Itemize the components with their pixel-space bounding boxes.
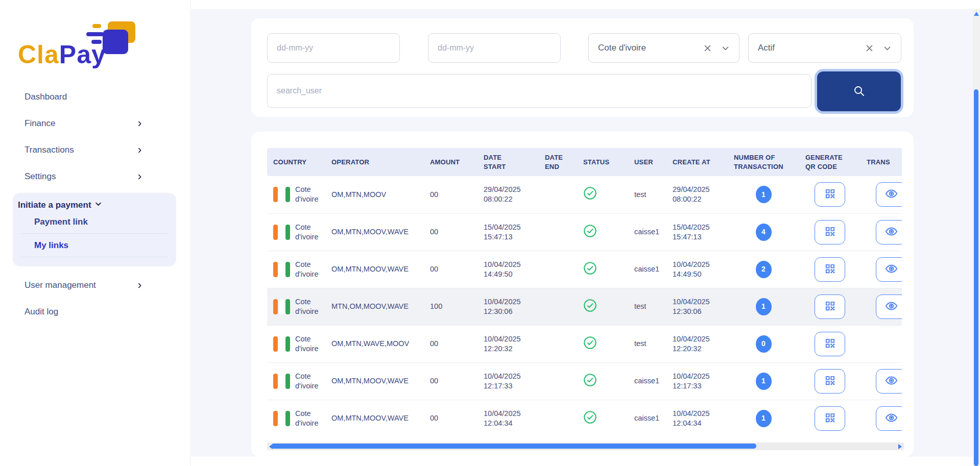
table-row: Cote d'ivoireOM,MTN,MOOV0029/04/2025 08:…: [267, 176, 902, 213]
user-value: caisse1: [634, 228, 659, 236]
horizontal-scroll-thumb[interactable]: [271, 444, 756, 449]
sidebar-item-settings[interactable]: Settings: [25, 168, 143, 185]
date-start-value: 10/04/2025 12:30:06: [484, 297, 530, 316]
transaction-count-badge: 2: [756, 261, 772, 278]
country-name: Cote d'ivoire: [295, 409, 319, 428]
view-transactions-button[interactable]: [876, 406, 902, 431]
vertical-scrollbar[interactable]: [973, 9, 980, 466]
column-header-operator: OPERATOR: [325, 148, 424, 176]
operator-list: MTN,OM,MOOV,WAVE: [331, 302, 409, 310]
sidebar-item-dashboard[interactable]: Dashboard: [25, 88, 143, 106]
amount-value: 00: [430, 228, 438, 236]
logo-speedline-icon: [92, 24, 101, 28]
sidebar-item-label: Settings: [25, 171, 56, 182]
search-icon: [853, 85, 865, 99]
success-status-icon: [583, 261, 597, 275]
table-row: Cote d'ivoireOM,MTN,MOOV,WAVE0010/04/202…: [267, 362, 902, 400]
column-header-generate-qr-code: GENERATE QR CODE: [799, 148, 861, 176]
generate-qr-button[interactable]: [815, 369, 845, 394]
chevron-down-icon[interactable]: [721, 44, 730, 53]
date-start-value: 10/04/2025 14:49:50: [484, 260, 530, 279]
sidebar-item-audit-log[interactable]: Audit log: [25, 303, 143, 321]
transaction-count-badge: 1: [756, 373, 772, 390]
create-at-value: 29/04/2025 08:00:22: [673, 185, 719, 204]
country-name: Cote d'ivoire: [295, 260, 319, 279]
operator-list: OM,MTN,MOOV,WAVE: [331, 228, 409, 236]
view-transactions-button[interactable]: [876, 369, 902, 394]
sidebar-item-payment-link[interactable]: Payment link: [21, 210, 168, 234]
clapay-logo[interactable]: ClaPay: [18, 20, 125, 74]
generate-qr-button[interactable]: [815, 257, 845, 282]
scroll-up-arrow-icon[interactable]: [974, 12, 979, 16]
view-transactions-button[interactable]: [876, 295, 902, 319]
horizontal-scrollbar[interactable]: [267, 443, 904, 450]
eye-icon: [885, 262, 898, 277]
chevron-right-icon: [136, 282, 143, 289]
generate-qr-button[interactable]: [815, 220, 845, 244]
column-header-transactions-clipped: TRANS: [861, 148, 902, 176]
operator-list: OM,MTN,MOOV,WAVE: [331, 377, 409, 385]
transaction-count-badge: 4: [756, 224, 772, 241]
chevron-down-icon[interactable]: [883, 44, 892, 53]
country-select-value: Cote d'ivoire: [598, 43, 703, 53]
date-start-input[interactable]: [267, 33, 400, 63]
links-table-card: COUNTRY OPERATOR AMOUNT DATE START DATE …: [251, 132, 914, 457]
status-select[interactable]: Actif: [748, 33, 901, 63]
scroll-right-arrow-icon[interactable]: [898, 444, 902, 449]
amount-value: 00: [430, 339, 438, 348]
table-row: Cote d'ivoireOM,MTN,MOOV,WAVE0010/04/202…: [267, 400, 902, 437]
initiate-payment-group: Initiate a payment Payment link My links: [13, 193, 176, 266]
qr-code-icon: [824, 263, 836, 276]
sidebar-item-label: Dashboard: [25, 92, 67, 102]
generate-qr-button[interactable]: [815, 295, 845, 319]
user-value: caisse1: [634, 265, 659, 273]
links-table: COUNTRY OPERATOR AMOUNT DATE START DATE …: [267, 148, 902, 437]
country-name: Cote d'ivoire: [295, 223, 319, 242]
cote-divoire-flag-icon: [273, 187, 290, 202]
cote-divoire-flag-icon: [273, 299, 290, 314]
cote-divoire-flag-icon: [273, 411, 290, 426]
amount-value: 100: [430, 302, 442, 310]
transaction-count-badge: 0: [756, 335, 772, 353]
chevron-right-icon: [136, 120, 143, 127]
country-select[interactable]: Cote d'ivoire: [588, 33, 739, 63]
transaction-count-badge: 1: [756, 186, 772, 203]
create-at-value: 10/04/2025 12:04:34: [673, 409, 719, 428]
date-end-input[interactable]: [428, 33, 561, 63]
success-status-icon: [583, 299, 597, 312]
country-name: Cote d'ivoire: [295, 334, 319, 354]
sidebar-item-my-links[interactable]: My links: [21, 234, 168, 257]
clear-country-icon[interactable]: [703, 44, 712, 53]
clear-status-icon[interactable]: [865, 44, 874, 53]
view-transactions-button[interactable]: [876, 257, 902, 282]
qr-code-icon: [824, 188, 836, 201]
brand-wordmark-cla: Cla: [18, 40, 59, 69]
status-select-value: Actif: [758, 43, 865, 53]
sidebar: ClaPay Dashboard Finance Transactions Se…: [0, 0, 190, 466]
table-row: Cote d'ivoireOM,MTN,WAVE,MOOV0010/04/202…: [267, 325, 902, 362]
country-name: Cote d'ivoire: [295, 372, 319, 391]
search-button[interactable]: [817, 71, 901, 111]
transaction-count-badge: 1: [756, 298, 772, 315]
create-at-value: 10/04/2025 12:20:32: [673, 334, 719, 354]
success-status-icon: [583, 373, 597, 387]
vertical-scroll-thumb[interactable]: [974, 89, 978, 466]
sidebar-item-finance[interactable]: Finance: [25, 115, 143, 132]
sidebar-item-user-management[interactable]: User management: [25, 277, 143, 294]
view-transactions-button[interactable]: [876, 182, 902, 207]
search-user-input[interactable]: [267, 74, 811, 108]
view-transactions-button[interactable]: [876, 220, 902, 244]
qr-code-icon: [824, 337, 836, 351]
user-value: caisse1: [634, 377, 659, 385]
generate-qr-button[interactable]: [815, 182, 845, 207]
sidebar-item-transactions[interactable]: Transactions: [25, 141, 143, 159]
chevron-right-icon: [136, 147, 143, 154]
column-header-date-start: DATE START: [477, 148, 539, 176]
date-start-value: 10/04/2025 12:04:34: [484, 409, 530, 428]
generate-qr-button[interactable]: [815, 406, 845, 431]
user-value: caisse1: [634, 414, 659, 422]
generate-qr-button[interactable]: [815, 332, 845, 356]
create-at-value: 10/04/2025 14:49:50: [673, 260, 719, 279]
sidebar-item-initiate-payment[interactable]: Initiate a payment: [13, 193, 176, 210]
column-header-user: USER: [628, 148, 666, 176]
